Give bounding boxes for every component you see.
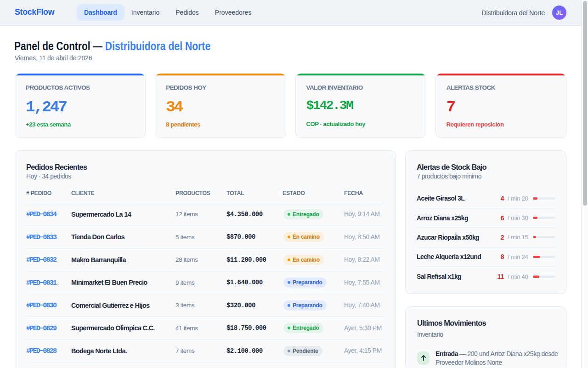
svg-text:Panel de Control — Distribuido: Panel de Control — Distribuidora del Nor… — [14, 40, 210, 53]
